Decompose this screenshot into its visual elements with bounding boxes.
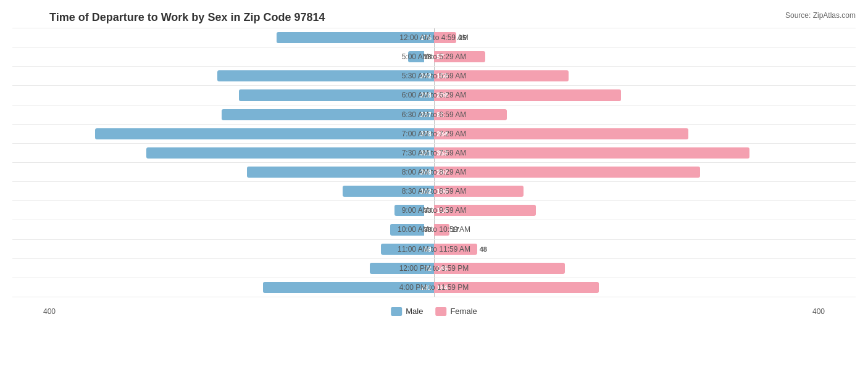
legend-male-label: Male xyxy=(406,307,423,316)
bar-row: 2376:30 AM to 6:59 AM81 xyxy=(12,105,856,125)
right-section: 297 xyxy=(434,163,856,181)
right-section: 150 xyxy=(434,67,856,85)
left-section: 176 xyxy=(12,28,434,47)
time-label: 7:30 AM to 7:59 AM xyxy=(402,149,467,157)
right-section: 100 xyxy=(434,182,856,200)
legend-male-box xyxy=(391,307,402,316)
right-section: 57 xyxy=(434,47,856,66)
right-section: 146 xyxy=(434,259,856,278)
bar-row: 3810:00 AM to 10:59 AM17 xyxy=(12,220,856,239)
left-section: 102 xyxy=(12,182,434,200)
bar-row: 2425:30 AM to 5:59 AM150 xyxy=(12,67,856,86)
female-value-outside: 48 xyxy=(480,245,487,253)
time-label: 10:00 AM to 10:59 AM xyxy=(398,225,470,234)
male-bar: 378 xyxy=(95,128,434,139)
right-section: 25 xyxy=(434,28,856,47)
legend-female: Female xyxy=(435,307,477,316)
rows-container: 17612:00 AM to 4:59 AM25185:00 AM to 5:2… xyxy=(12,28,856,297)
legend-male: Male xyxy=(391,307,423,316)
bar-row: 2098:00 AM to 8:29 AM297 xyxy=(12,163,856,182)
legend: Male Female xyxy=(391,307,477,316)
right-section: 184 xyxy=(434,278,856,297)
time-label: 8:30 AM to 8:59 AM xyxy=(402,187,467,196)
bar-row: 5911:00 AM to 11:59 AM48 xyxy=(12,240,856,259)
left-section: 38 xyxy=(12,220,434,239)
time-label: 9:00 AM to 9:59 AM xyxy=(402,206,467,215)
bar-row: 185:00 AM to 5:29 AM57 xyxy=(12,47,856,67)
bar-row: 3787:00 AM to 7:29 AM284 xyxy=(12,125,856,144)
right-section: 209 xyxy=(434,86,856,104)
right-section: 48 xyxy=(434,240,856,258)
left-section: 378 xyxy=(12,125,434,143)
time-label: 8:00 AM to 8:29 AM xyxy=(402,168,467,176)
left-section: 242 xyxy=(12,67,434,85)
bar-row: 7212:00 PM to 3:59 PM146 xyxy=(12,259,856,278)
time-label: 12:00 PM to 3:59 PM xyxy=(399,264,469,273)
axis-label-right: 400 xyxy=(812,307,825,316)
axis-label-left: 400 xyxy=(43,307,56,316)
chart-container: Time of Departure to Work by Sex in Zip … xyxy=(0,0,868,367)
bar-row: 339:00 AM to 9:59 AM114 xyxy=(12,201,856,220)
female-bar: 297 xyxy=(434,167,700,178)
left-section: 218 xyxy=(12,86,434,104)
time-label: 11:00 AM to 11:59 AM xyxy=(398,245,470,254)
right-section: 17 xyxy=(434,220,856,239)
legend-female-label: Female xyxy=(450,307,477,316)
right-section: 81 xyxy=(434,105,856,124)
bar-row: 2186:00 AM to 6:29 AM209 xyxy=(12,86,856,105)
time-label: 4:00 PM to 11:59 PM xyxy=(399,283,469,292)
time-label: 5:00 AM to 5:29 AM xyxy=(402,52,467,61)
bar-row: 1028:30 AM to 8:59 AM100 xyxy=(12,182,856,201)
right-section: 284 xyxy=(434,125,856,143)
left-section: 59 xyxy=(12,240,434,258)
time-label: 6:30 AM to 6:59 AM xyxy=(402,110,467,119)
time-label: 12:00 AM to 4:59 AM xyxy=(399,33,468,42)
chart-area: 17612:00 AM to 4:59 AM25185:00 AM to 5:2… xyxy=(12,28,856,316)
source-text: Source: ZipAtlas.com xyxy=(785,11,856,20)
female-bar: 284 xyxy=(434,128,688,139)
time-label: 6:00 AM to 6:29 AM xyxy=(402,91,467,99)
time-label: 5:30 AM to 5:59 AM xyxy=(402,72,467,80)
right-section: 114 xyxy=(434,201,856,220)
left-section: 321 xyxy=(12,144,434,162)
bar-row: 3217:30 AM to 7:59 AM352 xyxy=(12,144,856,163)
left-section: 191 xyxy=(12,278,434,297)
legend-female-box xyxy=(435,307,446,316)
chart-title: Time of Departure to Work by Sex in Zip … xyxy=(12,11,856,24)
bar-row: 17612:00 AM to 4:59 AM25 xyxy=(12,28,856,47)
right-section: 352 xyxy=(434,144,856,162)
male-bar: 321 xyxy=(146,147,434,159)
bar-row: 1914:00 PM to 11:59 PM184 xyxy=(12,278,856,297)
time-label: 7:00 AM to 7:29 AM xyxy=(402,130,467,138)
left-section: 33 xyxy=(12,201,434,220)
left-section: 237 xyxy=(12,105,434,124)
female-bar: 352 xyxy=(434,147,749,159)
left-section: 18 xyxy=(12,47,434,66)
left-section: 72 xyxy=(12,259,434,278)
left-section: 209 xyxy=(12,163,434,181)
